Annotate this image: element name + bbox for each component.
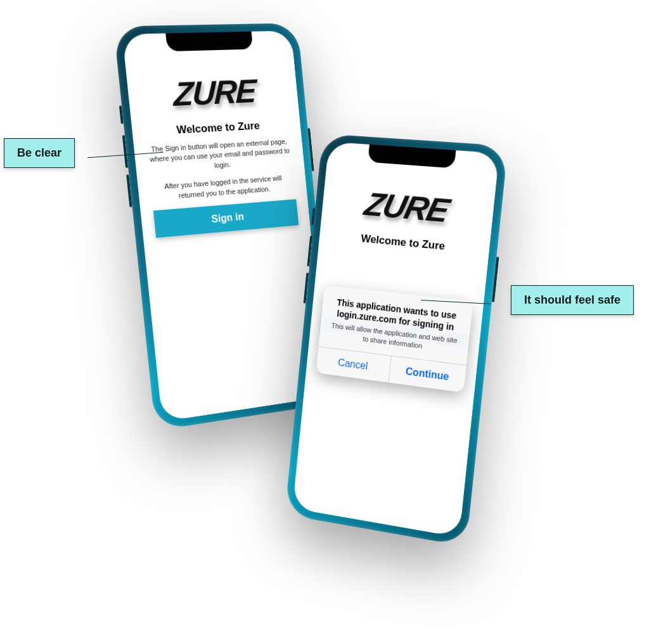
volume-up-icon: [122, 135, 128, 168]
power-button-icon: [307, 128, 314, 171]
signin-description-1: The Sign in button will open an external…: [146, 137, 293, 176]
signin-description-2: After you have logged in the service wil…: [150, 172, 295, 203]
brand-logo: ZURE: [331, 183, 485, 233]
signin-button[interactable]: Sign in: [153, 199, 299, 238]
callout-feel-safe: It should feel safe: [511, 285, 634, 315]
welcome-heading: Welcome to Zure: [331, 229, 477, 256]
mute-switch-icon: [119, 105, 124, 124]
power-button-icon: [492, 257, 499, 302]
phone-right: ZURE Welcome to Zure This application wa…: [285, 134, 508, 546]
volume-down-icon: [126, 174, 132, 207]
callout-be-clear: Be clear: [4, 138, 75, 168]
alert-continue-button[interactable]: Continue: [389, 356, 466, 393]
phone-left-screen: ZURE Welcome to Zure The Sign in button …: [122, 30, 327, 422]
scene: ZURE Welcome to Zure The Sign in button …: [0, 0, 649, 644]
phone-right-screen: ZURE Welcome to Zure This application wa…: [292, 141, 499, 537]
notch-icon: [165, 32, 253, 52]
brand-logo: ZURE: [141, 70, 286, 115]
app-welcome-left: ZURE Welcome to Zure The Sign in button …: [122, 30, 327, 422]
welcome-heading: Welcome to Zure: [145, 118, 290, 138]
